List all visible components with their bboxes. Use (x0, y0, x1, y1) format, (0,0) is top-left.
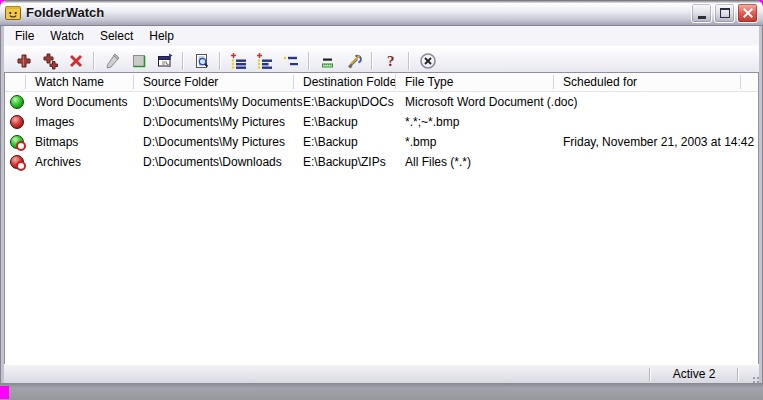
toolbar-select-group-button[interactable] (252, 50, 277, 72)
file-type-cell: *.*;~*.bmp (396, 115, 554, 129)
window-title: FolderWatch (26, 5, 691, 20)
window-bottom-border (0, 383, 763, 400)
toolbar-separator (219, 52, 221, 70)
destination-folder-cell: E:\Backup (294, 135, 396, 149)
source-folder-cell: D:\Documents\My Pictures (134, 135, 294, 149)
watch-name-cell: Word Documents (26, 95, 134, 109)
watch-status-scheduled-icon (10, 135, 24, 149)
column-header-destination-folder[interactable]: Destination Folder (294, 75, 396, 89)
column-header-icon[interactable] (5, 75, 26, 89)
minimize-icon (698, 16, 706, 19)
menu-file[interactable]: File (7, 27, 42, 45)
properties-window-icon (156, 52, 174, 70)
source-folder-cell: D:\Documents\My Documents (134, 95, 294, 109)
table-row[interactable]: Archives D:\Documents\Downloads E:\Backu… (5, 152, 758, 172)
toolbar-exit-button[interactable] (415, 50, 440, 72)
file-type-cell: Microsoft Word Document (.doc) (396, 95, 554, 109)
toolbar-edit-watch-button[interactable] (100, 50, 125, 72)
watch-list: Watch Name Source Folder Destination Fol… (4, 72, 759, 365)
titlebar[interactable]: FolderWatch (0, 0, 763, 26)
select-some-list-icon (256, 52, 274, 70)
watch-status-scheduled-icon (10, 155, 24, 169)
column-header-filler (741, 75, 758, 89)
toolbar-deselect-button[interactable] (278, 50, 303, 72)
toolbar-separator (371, 52, 373, 70)
menu-help[interactable]: Help (141, 27, 182, 45)
page-icon (130, 52, 148, 70)
svg-text:?: ? (387, 53, 395, 69)
watch-name-cell: Images (26, 115, 134, 129)
select-all-list-icon (230, 52, 248, 70)
toolbar-options-button[interactable] (341, 50, 366, 72)
red-double-plus-icon (41, 52, 59, 70)
watch-status-cell (5, 135, 26, 149)
toolbar: ? (4, 47, 759, 74)
toolbar-delete-watch-button[interactable] (63, 50, 88, 72)
column-header-scheduled-for[interactable]: Scheduled for (554, 75, 741, 89)
statusbar: Active 2 (4, 364, 759, 383)
table-row[interactable]: Bitmaps D:\Documents\My Pictures E:\Back… (5, 132, 758, 152)
window-corner-transparency (0, 386, 9, 399)
watch-status-cell (5, 95, 26, 109)
minimize-button[interactable] (691, 3, 712, 23)
tools-icon (345, 52, 363, 70)
toolbar-add-multiple-watches-button[interactable] (37, 50, 62, 72)
pencil-icon (104, 52, 122, 70)
watch-status-icon (10, 95, 24, 109)
application-window: FolderWatch File Watch Select Help (0, 0, 763, 400)
watch-status-cell (5, 155, 26, 169)
file-type-cell: All Files (*.*) (396, 155, 554, 169)
table-row[interactable]: Word Documents D:\Documents\My Documents… (5, 92, 758, 112)
destination-folder-cell: E:\Backup\ZIPs (294, 155, 396, 169)
circled-x-icon (419, 52, 437, 70)
watch-name-cell: Bitmaps (26, 135, 134, 149)
menubar: File Watch Select Help (4, 26, 759, 47)
toolbar-view-watch-button[interactable] (126, 50, 151, 72)
maximize-icon (720, 8, 730, 18)
question-mark-icon: ? (382, 52, 400, 70)
toolbar-properties-button[interactable] (152, 50, 177, 72)
menu-watch[interactable]: Watch (42, 27, 92, 45)
toolbar-minimize-to-tray-button[interactable] (315, 50, 340, 72)
toolbar-separator (182, 52, 184, 70)
close-button[interactable] (737, 3, 758, 23)
menu-select[interactable]: Select (92, 27, 141, 45)
deselect-list-icon (282, 52, 300, 70)
maximize-button[interactable] (714, 3, 735, 23)
destination-folder-cell: E:\Backup\DOCs (294, 95, 396, 109)
search-document-icon (193, 52, 211, 70)
toolbar-separator (408, 52, 410, 70)
watch-name-cell: Archives (26, 155, 134, 169)
resize-grip[interactable] (739, 365, 759, 383)
red-plus-icon (15, 52, 33, 70)
app-icon[interactable] (5, 5, 21, 21)
window-controls (691, 3, 758, 23)
toolbar-add-watch-button[interactable] (11, 50, 36, 72)
source-folder-cell: D:\Documents\My Pictures (134, 115, 294, 129)
watch-status-cell (5, 115, 26, 129)
list-header: Watch Name Source Folder Destination Fol… (5, 73, 758, 92)
column-header-source-folder[interactable]: Source Folder (134, 75, 294, 89)
toolbar-help-button[interactable]: ? (378, 50, 403, 72)
toolbar-separator (93, 52, 95, 70)
red-x-icon (67, 52, 85, 70)
scheduled-for-cell: Friday, November 21, 2003 at 14:42 (554, 135, 741, 149)
close-icon (743, 8, 753, 18)
column-header-file-type[interactable]: File Type (396, 75, 554, 89)
table-row[interactable]: Images D:\Documents\My Pictures E:\Backu… (5, 112, 758, 132)
file-type-cell: *.bmp (396, 135, 554, 149)
toolbar-select-all-button[interactable] (226, 50, 251, 72)
column-header-watch-name[interactable]: Watch Name (26, 75, 134, 89)
destination-folder-cell: E:\Backup (294, 115, 396, 129)
source-folder-cell: D:\Documents\Downloads (134, 155, 294, 169)
watch-status-icon (10, 115, 24, 129)
toolbar-separator (308, 52, 310, 70)
toolbar-preview-button[interactable] (189, 50, 214, 72)
statusbar-active-count: Active 2 (651, 367, 737, 381)
tray-dash-icon (319, 52, 337, 70)
